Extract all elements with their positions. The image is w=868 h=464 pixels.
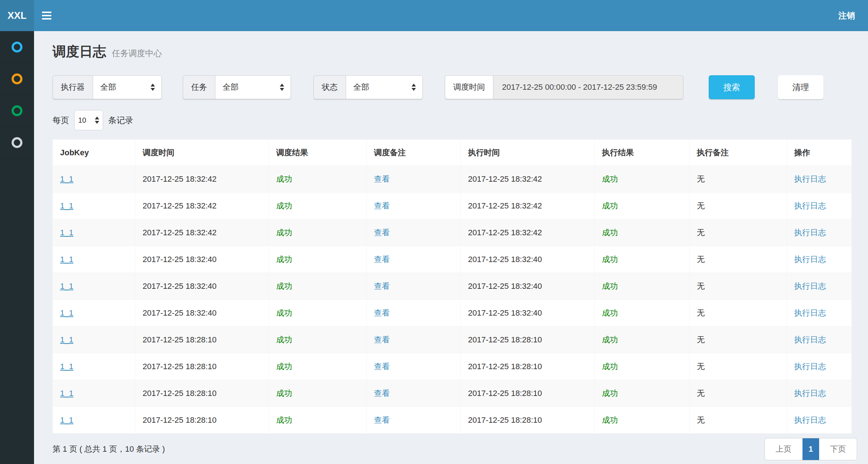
trigger-msg-link[interactable]: 查看 <box>374 201 390 210</box>
handle-time-cell: 2017-12-25 18:32:42 <box>468 228 542 237</box>
trigger-msg-link[interactable]: 查看 <box>374 389 390 398</box>
handle-time-cell: 2017-12-25 18:32:40 <box>468 282 542 291</box>
handle-msg-cell: 无 <box>697 416 705 425</box>
trigger-msg-link[interactable]: 查看 <box>374 308 390 317</box>
page-header: 调度日志 任务调度中心 <box>52 43 851 61</box>
next-page-button[interactable]: 下页 <box>819 438 857 460</box>
handle-msg-cell: 无 <box>697 308 705 317</box>
jobkey-link[interactable]: 1_1 <box>60 416 73 425</box>
table-row: 1_12017-12-25 18:32:42成功查看2017-12-25 18:… <box>53 166 852 193</box>
job-filter-value: 全部 <box>223 82 239 93</box>
table-row: 1_12017-12-25 18:32:40成功查看2017-12-25 18:… <box>53 246 852 273</box>
jobkey-link[interactable]: 1_1 <box>60 201 73 210</box>
handle-result-cell: 成功 <box>602 174 618 184</box>
exec-log-link[interactable]: 执行日志 <box>794 362 826 371</box>
table-row: 1_12017-12-25 18:28:10成功查看2017-12-25 18:… <box>53 407 852 434</box>
jobkey-link[interactable]: 1_1 <box>60 362 73 371</box>
column-header: 执行时间 <box>461 140 595 166</box>
trigger-result-cell: 成功 <box>276 174 292 184</box>
trigger-time-cell: 2017-12-25 18:32:42 <box>143 201 216 210</box>
trigger-msg-link[interactable]: 查看 <box>374 335 390 344</box>
jobkey-link[interactable]: 1_1 <box>60 255 73 264</box>
exec-log-link[interactable]: 执行日志 <box>794 255 826 264</box>
trigger-time-cell: 2017-12-25 18:32:40 <box>143 282 216 291</box>
trigger-time-filter-label: 调度时间 <box>445 75 493 99</box>
circle-o-icon <box>12 73 22 84</box>
trigger-msg-link[interactable]: 查看 <box>374 228 390 237</box>
trigger-time-cell: 2017-12-25 18:32:42 <box>143 228 216 237</box>
exec-log-link[interactable]: 执行日志 <box>794 308 826 317</box>
pagesize-select[interactable]: 10 <box>74 110 103 130</box>
table-header-row: JobKey调度时间调度结果调度备注执行时间执行结果执行备注操作 <box>53 140 852 166</box>
trigger-result-cell: 成功 <box>276 282 292 291</box>
logout-link[interactable]: 注销 <box>825 0 868 31</box>
executor-filter-label: 执行器 <box>52 75 93 99</box>
exec-log-link[interactable]: 执行日志 <box>794 201 826 210</box>
trigger-msg-link[interactable]: 查看 <box>374 174 390 184</box>
trigger-time-cell: 2017-12-25 18:32:42 <box>143 174 216 184</box>
trigger-result-cell: 成功 <box>276 255 292 264</box>
executor-filter-select[interactable]: 全部 <box>93 75 162 99</box>
handle-time-cell: 2017-12-25 18:28:10 <box>468 335 542 344</box>
pagesize-value: 10 <box>78 116 86 125</box>
table-row: 1_12017-12-25 18:28:10成功查看2017-12-25 18:… <box>53 326 852 353</box>
select-arrows-icon <box>95 117 99 124</box>
sidebar-toggle-button[interactable] <box>34 0 59 31</box>
page-title: 调度日志 <box>52 43 106 61</box>
handle-msg-cell: 无 <box>697 389 705 398</box>
table-row: 1_12017-12-25 18:32:42成功查看2017-12-25 18:… <box>53 219 852 246</box>
handle-msg-cell: 无 <box>697 228 705 237</box>
exec-log-link[interactable]: 执行日志 <box>794 174 826 184</box>
trigger-time-cell: 2017-12-25 18:28:10 <box>143 362 216 371</box>
status-filter-select[interactable]: 全部 <box>346 75 423 99</box>
hamburger-icon <box>42 12 51 13</box>
log-table-body: 1_12017-12-25 18:32:42成功查看2017-12-25 18:… <box>53 166 852 434</box>
sidebar-item-1[interactable] <box>0 31 34 63</box>
jobkey-link[interactable]: 1_1 <box>60 228 73 237</box>
exec-log-link[interactable]: 执行日志 <box>794 389 826 398</box>
main-content: 调度日志 任务调度中心 执行器 全部 任务 全部 状态 全部 调度时 <box>34 31 868 464</box>
trigger-msg-link[interactable]: 查看 <box>374 416 390 425</box>
sidebar <box>0 31 34 464</box>
sidebar-item-3[interactable] <box>0 95 34 127</box>
handle-result-cell: 成功 <box>602 389 618 398</box>
jobkey-link[interactable]: 1_1 <box>60 308 73 317</box>
filter-bar: 执行器 全部 任务 全部 状态 全部 调度时间 2017-12-25 00:00… <box>52 75 851 99</box>
jobkey-link[interactable]: 1_1 <box>60 389 73 398</box>
handle-msg-cell: 无 <box>697 362 705 371</box>
search-button[interactable]: 搜索 <box>709 75 755 99</box>
handle-result-cell: 成功 <box>602 362 618 371</box>
current-page-button[interactable]: 1 <box>802 438 819 460</box>
sidebar-item-2[interactable] <box>0 63 34 95</box>
jobkey-link[interactable]: 1_1 <box>60 282 73 291</box>
exec-log-link[interactable]: 执行日志 <box>794 335 826 344</box>
trigger-msg-link[interactable]: 查看 <box>374 362 390 371</box>
trigger-msg-link[interactable]: 查看 <box>374 255 390 264</box>
table-row: 1_12017-12-25 18:32:40成功查看2017-12-25 18:… <box>53 273 852 300</box>
trigger-time-filter: 调度时间 2017-12-25 00:00:00 - 2017-12-25 23… <box>445 75 683 99</box>
column-header: 调度时间 <box>135 140 269 166</box>
handle-time-cell: 2017-12-25 18:32:42 <box>468 174 542 184</box>
column-header: 调度结果 <box>269 140 367 166</box>
page-subtitle: 任务调度中心 <box>112 48 162 59</box>
jobkey-link[interactable]: 1_1 <box>60 174 73 184</box>
app-logo[interactable]: XXL <box>0 0 34 31</box>
trigger-time-cell: 2017-12-25 18:32:40 <box>143 308 216 317</box>
column-header: 执行备注 <box>690 140 787 166</box>
sidebar-item-4[interactable] <box>0 127 34 159</box>
exec-log-link[interactable]: 执行日志 <box>794 228 826 237</box>
exec-log-link[interactable]: 执行日志 <box>794 416 826 425</box>
prev-page-button[interactable]: 上页 <box>765 438 802 460</box>
trigger-time-range-input[interactable]: 2017-12-25 00:00:00 - 2017-12-25 23:59:5… <box>493 75 683 99</box>
handle-result-cell: 成功 <box>602 335 618 344</box>
jobkey-link[interactable]: 1_1 <box>60 335 73 344</box>
clear-log-button[interactable]: 清理 <box>778 75 823 99</box>
trigger-time-cell: 2017-12-25 18:28:10 <box>143 335 216 344</box>
column-header: 执行结果 <box>595 140 690 166</box>
trigger-time-cell: 2017-12-25 18:28:10 <box>143 416 216 425</box>
exec-log-link[interactable]: 执行日志 <box>794 282 826 291</box>
trigger-msg-link[interactable]: 查看 <box>374 282 390 291</box>
pagination-summary: 第 1 页 ( 总共 1 页，10 条记录 ) <box>52 444 165 455</box>
trigger-result-cell: 成功 <box>276 308 292 317</box>
job-filter-select[interactable]: 全部 <box>215 75 291 99</box>
